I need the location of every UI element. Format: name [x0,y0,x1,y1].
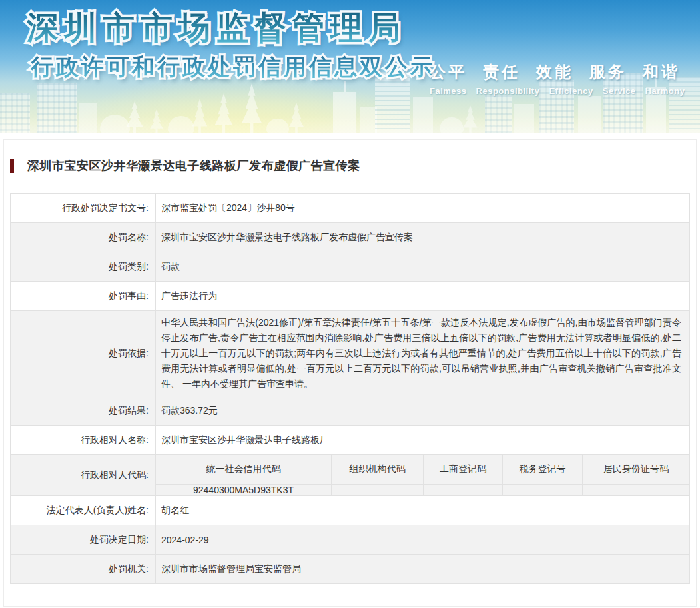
codes-table: 统一社会信用代码 组织机构代码 工商登记码 税务登记号 居民身份证号码 9244… [156,455,689,495]
slogan-cn: 公平 责任 效能 服务 和谐 [430,61,685,83]
row-label: 行政处罚决定书文号: [11,194,156,222]
slogan-word-en: Service [603,86,636,96]
table-row: 处罚决定日期: 2024-02-29 [11,525,689,555]
skyline-haze [0,116,700,133]
row-label: 行政相对人名称: [11,426,156,454]
row-label: 处罚名称: [11,223,156,252]
slogan-word: 公平 [430,61,467,83]
row-value: 2024-02-29 [156,525,689,554]
title-accent-bar [10,159,14,173]
slogan-word-en: Harmony [645,86,685,96]
codes-value-cell [332,485,424,495]
row-value: 深市监宝处罚〔2024〕沙井80号 [156,194,689,222]
row-value: 广告违法行为 [156,282,689,310]
row-value: 深圳市市场监督管理局宝安监管局 [156,555,689,583]
banner: 深圳市市场监督管理局 深圳市市场监督管理局 行政许可和行政处罚信用信息双公示 行… [0,0,700,133]
slogan-word-en: Faimess [430,86,467,96]
table-row: 处罚名称: 深圳市宝安区沙井华灏景达电子线路板厂发布虚假广告宣传案 [11,223,689,252]
row-value: 胡名红 [156,496,689,525]
site-title: 深圳市市场监督管理局 深圳市市场监督管理局 [27,7,406,49]
banner-subtitle: 行政许可和行政处罚信用信息双公示 行政许可和行政处罚信用信息双公示 [31,52,436,83]
page-title-row: 深圳市宝安区沙井华灏景达电子线路板厂发布虚假广告宣传案 [4,140,696,174]
slogan-word-en: Efficiency [549,86,593,96]
row-value: 罚款363.72元 [156,396,689,425]
row-label: 处罚机关: [11,555,156,583]
slogan-en: Faimess Responsibility Efficiency Servic… [430,86,685,96]
banner-subtitle-text: 行政许可和行政处罚信用信息双公示 [31,54,436,79]
table-row: 法定代表人(负责人)姓名: 胡名红 [11,496,689,525]
row-label: 行政相对人代码: [11,455,156,495]
content-card: 深圳市宝安区沙井华灏景达电子线路板厂发布虚假广告宣传案 行政处罚决定书文号: 深… [3,139,697,607]
codes-value-cell [583,485,689,495]
row-value: 中华人民共和国广告法(2021修正)/第五章法律责任/第五十五条/第一款违反本法… [156,311,689,396]
codes-header-cell: 居民身份证号码 [583,455,689,485]
codes-value-cell: 92440300MA5D93TK3T [156,485,332,495]
site-title-text: 深圳市市场监督管理局 [27,10,406,45]
codes-header-cell: 工商登记码 [424,455,503,485]
slogan-word: 服务 [589,61,627,83]
slogan: 公平 责任 效能 服务 和谐 Faimess Responsibility Ef… [430,61,685,96]
codes-value-cell [424,485,503,495]
row-label: 法定代表人(负责人)姓名: [11,496,156,525]
table-row: 处罚类别: 罚款 [11,252,689,282]
slogan-word: 效能 [536,61,573,83]
table-row: 处罚依据: 中华人民共和国广告法(2021修正)/第五章法律责任/第五十五条/第… [11,311,689,396]
table-row: 处罚机关: 深圳市市场监督管理局宝安监管局 [11,555,689,584]
row-label: 处罚事由: [11,282,156,310]
row-value: 深圳市宝安区沙井华灏景达电子线路板厂 [156,426,689,454]
row-label: 处罚类别: [11,252,156,281]
codes-header-cell: 组织机构代码 [332,455,424,485]
divider [14,182,686,182]
codes-value-cell [503,485,583,495]
page-title: 深圳市宝安区沙井华灏景达电子线路板厂发布虚假广告宣传案 [27,158,360,174]
codes-header-cell: 税务登记号 [503,455,583,485]
table-row-codes: 行政相对人代码: 统一社会信用代码 组织机构代码 工商登记码 税务登记号 居民身… [11,455,689,496]
table-row: 行政相对人名称: 深圳市宝安区沙井华灏景达电子线路板厂 [11,426,689,455]
slogan-word-en: Responsibility [476,86,540,96]
table-row: 行政处罚决定书文号: 深市监宝处罚〔2024〕沙井80号 [11,194,689,223]
table-row: 处罚结果: 罚款363.72元 [11,396,689,426]
table-row: 处罚事由: 广告违法行为 [11,282,689,311]
row-label: 处罚依据: [11,311,156,396]
penalty-table: 行政处罚决定书文号: 深市监宝处罚〔2024〕沙井80号 处罚名称: 深圳市宝安… [10,193,690,584]
slogan-word: 责任 [483,61,520,83]
row-label: 处罚决定日期: [11,525,156,554]
codes-header-cell: 统一社会信用代码 [156,455,332,485]
row-value: 深圳市宝安区沙井华灏景达电子线路板厂发布虚假广告宣传案 [156,223,689,252]
slogan-word: 和谐 [643,61,680,83]
row-label: 处罚结果: [11,396,156,425]
row-value: 罚款 [156,252,689,281]
